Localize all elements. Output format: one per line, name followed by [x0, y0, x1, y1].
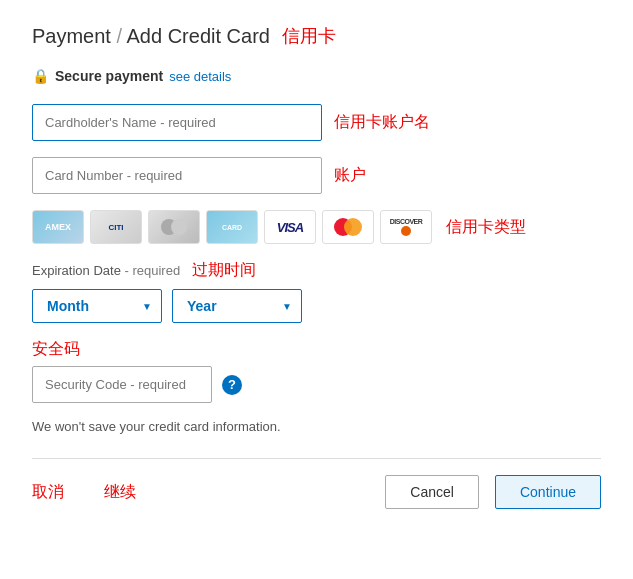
- expiration-group: Expiration Date - required 过期时间 Month 01…: [32, 260, 601, 323]
- header-chinese: 信用卡: [282, 24, 336, 48]
- expiration-label-row: Expiration Date - required 过期时间: [32, 260, 601, 281]
- continue-chinese: 继续: [104, 482, 136, 503]
- secure-label: Secure payment: [55, 68, 163, 84]
- lock-icon: 🔒: [32, 68, 49, 84]
- no-save-text: We won't save your credit card informati…: [32, 419, 601, 434]
- expiration-chinese: 过期时间: [192, 261, 256, 278]
- footer-row: 取消 继续 Cancel Continue: [32, 458, 601, 509]
- citi-icon: CITI: [90, 210, 142, 244]
- help-label: ?: [228, 377, 236, 392]
- discover-icon: DISCOVER: [380, 210, 432, 244]
- visa-icon: VISA: [264, 210, 316, 244]
- cardholder-chinese: 信用卡账户名: [334, 112, 430, 133]
- cardnumber-group: 账户: [32, 157, 601, 194]
- expiration-label-text: Expiration Date: [32, 263, 121, 278]
- secure-payment-row: 🔒 Secure payment see details: [32, 68, 601, 84]
- cardholder-row: 信用卡账户名: [32, 104, 601, 141]
- payment-form: Payment / Add Credit Card 信用卡 🔒 Secure p…: [0, 0, 633, 579]
- expiration-selects-row: Month 010203 040506 070809 101112 ▼ Year…: [32, 289, 601, 323]
- mc2-icon: [148, 210, 200, 244]
- cardholder-input[interactable]: [32, 104, 322, 141]
- security-chinese: 安全码: [32, 339, 601, 360]
- cancel-button[interactable]: Cancel: [385, 475, 479, 509]
- discover2-icon: CARD: [206, 210, 258, 244]
- see-details-link[interactable]: see details: [169, 69, 231, 84]
- slash: /: [117, 25, 123, 47]
- cardnumber-chinese: 账户: [334, 165, 366, 186]
- add-credit-card-title: Add Credit Card: [127, 25, 270, 47]
- expiration-required: - required: [125, 263, 181, 278]
- security-code-input[interactable]: [32, 366, 212, 403]
- security-row: ?: [32, 366, 601, 403]
- month-select-wrapper: Month 010203 040506 070809 101112 ▼: [32, 289, 162, 323]
- continue-button[interactable]: Continue: [495, 475, 601, 509]
- mastercard-icon: [322, 210, 374, 244]
- card-icons-row: AMEX CITI CARD VISA DISCOVER 信用卡类型: [32, 210, 601, 244]
- security-help-icon[interactable]: ?: [222, 375, 242, 395]
- cardnumber-row: 账户: [32, 157, 601, 194]
- card-types-chinese: 信用卡类型: [446, 217, 526, 238]
- month-select[interactable]: Month 010203 040506 070809 101112: [32, 289, 162, 323]
- cancel-chinese: 取消: [32, 482, 64, 503]
- year-select-wrapper: Year 202420252026 202720282029 2030 ▼: [172, 289, 302, 323]
- page-title: Payment / Add Credit Card: [32, 25, 270, 48]
- page-header: Payment / Add Credit Card 信用卡: [32, 24, 601, 48]
- cardholder-group: 信用卡账户名: [32, 104, 601, 141]
- footer-chinese-labels: 取消 继续: [32, 482, 136, 503]
- amex-icon: AMEX: [32, 210, 84, 244]
- payment-title: Payment: [32, 25, 111, 47]
- cardnumber-input[interactable]: [32, 157, 322, 194]
- year-select[interactable]: Year 202420252026 202720282029 2030: [172, 289, 302, 323]
- security-section: 安全码 ?: [32, 339, 601, 403]
